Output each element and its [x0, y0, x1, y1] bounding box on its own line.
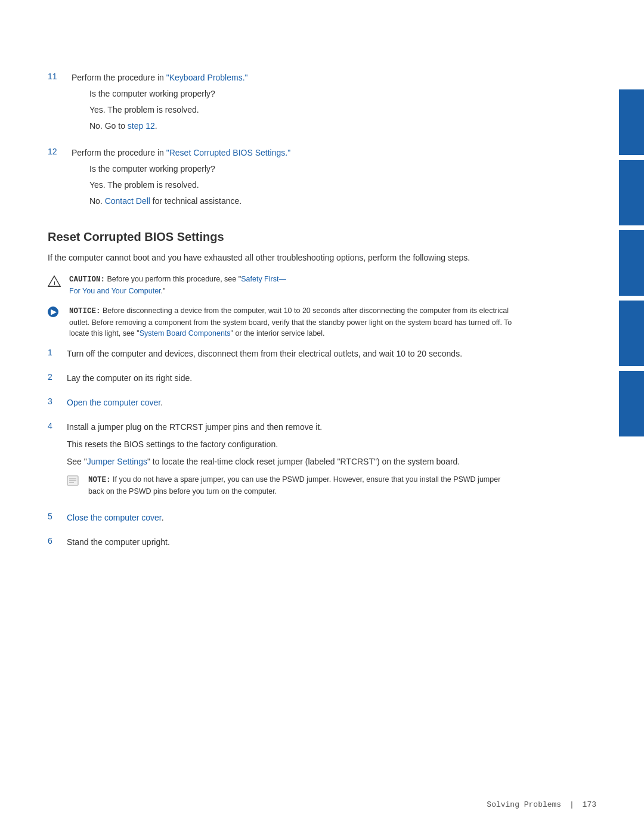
- caution-icon: !: [48, 275, 64, 290]
- step-number-11: 11: [48, 72, 72, 81]
- main-step-number-6: 6: [48, 536, 60, 546]
- main-step-6-text: Stand the computer upright.: [67, 536, 513, 549]
- contact-dell-link[interactable]: Contact Dell: [105, 196, 150, 206]
- step-12-sub2: Yes. The problem is resolved.: [89, 179, 513, 191]
- reset-bios-link[interactable]: "Reset Corrupted BIOS Settings.": [166, 148, 290, 157]
- main-step-content-2: Lay the computer on its right side.: [67, 372, 513, 388]
- section-heading: Reset Corrupted BIOS Settings: [48, 230, 513, 244]
- step-content-12: Perform the procedure in "Reset Corrupte…: [72, 147, 513, 213]
- page-footer: Solving Problems | 173: [487, 800, 596, 809]
- intro-text: If the computer cannot boot and you have…: [48, 251, 513, 264]
- keyboard-problems-link[interactable]: "Keyboard Problems.": [166, 73, 248, 82]
- main-step-content-1: Turn off the computer and devices, disco…: [67, 348, 513, 364]
- main-step-1-text: Turn off the computer and devices, disco…: [67, 348, 513, 360]
- step-11-sub2: Yes. The problem is resolved.: [89, 104, 513, 116]
- svg-text:!: !: [54, 280, 55, 286]
- footer-separator: |: [569, 800, 574, 809]
- notice-label: NOTICE:: [69, 307, 101, 315]
- main-step-number-1: 1: [48, 348, 60, 357]
- notice-box: ▶ NOTICE: Before disconnecting a device …: [48, 305, 513, 339]
- tab-block-4: [619, 301, 644, 366]
- open-cover-link[interactable]: Open the computer cover: [67, 398, 160, 407]
- main-step-content-6: Stand the computer upright.: [67, 536, 513, 552]
- right-tabs: [619, 0, 644, 833]
- note-text-content: NOTE: If you do not have a spare jumper,…: [88, 474, 513, 497]
- step-content-11: Perform the procedure in "Keyboard Probl…: [72, 72, 513, 138]
- notice-icon: ▶: [48, 306, 64, 317]
- note-box: NOTE: If you do not have a spare jumper,…: [67, 474, 513, 497]
- main-step-2-text: Lay the computer on its right side.: [67, 372, 513, 385]
- step-11-sub3: No. Go to step 12.: [89, 120, 513, 132]
- step-12-text: Perform the procedure in "Reset Corrupte…: [72, 147, 513, 159]
- main-step-2: 2 Lay the computer on its right side.: [48, 372, 513, 388]
- notice-circle-icon: ▶: [48, 306, 58, 317]
- main-step-4-sub2: See "Jumper Settings" to locate the real…: [67, 456, 513, 468]
- step-number-12: 12: [48, 147, 72, 156]
- step-12: 12 Perform the procedure in "Reset Corru…: [48, 147, 513, 213]
- step-11-text: Perform the procedure in "Keyboard Probl…: [72, 72, 513, 84]
- main-step-content-4: Install a jumper plug on the RTCRST jump…: [67, 421, 513, 503]
- footer-page-number: 173: [583, 800, 596, 809]
- step-11-substeps: Is the computer working properly? Yes. T…: [89, 88, 513, 132]
- caution-label: CAUTION:: [69, 275, 105, 284]
- jumper-settings-link[interactable]: Jumper Settings: [87, 457, 147, 466]
- caution-text: CAUTION: Before you perform this procedu…: [69, 274, 286, 297]
- note-icon: [67, 475, 83, 490]
- main-step-number-5: 5: [48, 512, 60, 521]
- main-step-3: 3 Open the computer cover.: [48, 397, 513, 413]
- main-step-4-text: Install a jumper plug on the RTCRST jump…: [67, 421, 513, 433]
- tab-block-5: [619, 371, 644, 436]
- notice-body: Before disconnecting a device from the c…: [69, 306, 512, 338]
- step-12-sub1: Is the computer working properly?: [89, 163, 513, 175]
- note-body: If you do not have a spare jumper, you c…: [88, 475, 500, 496]
- main-step-content-3: Open the computer cover.: [67, 397, 513, 413]
- system-board-components-link[interactable]: System Board Components: [140, 329, 231, 337]
- step-11: 11 Perform the procedure in "Keyboard Pr…: [48, 72, 513, 138]
- main-step-5-text: Close the computer cover.: [67, 512, 513, 524]
- note-pencil-icon: [67, 475, 79, 486]
- caution-box: ! CAUTION: Before you perform this proce…: [48, 274, 513, 297]
- step-12-sub3: No. Contact Dell for technical assistanc…: [89, 195, 513, 208]
- close-cover-link[interactable]: Close the computer cover: [67, 513, 162, 522]
- main-step-4: 4 Install a jumper plug on the RTCRST ju…: [48, 421, 513, 503]
- content-area: 11 Perform the procedure in "Keyboard Pr…: [48, 72, 513, 833]
- main-step-4-sub1: This resets the BIOS settings to the fac…: [67, 438, 513, 451]
- main-step-number-3: 3: [48, 397, 60, 406]
- main-step-number-4: 4: [48, 421, 60, 431]
- note-label: NOTE:: [88, 476, 111, 484]
- step-12-link[interactable]: step 12: [128, 121, 155, 131]
- main-step-content-5: Close the computer cover.: [67, 512, 513, 528]
- triangle-warning-icon: !: [48, 275, 61, 288]
- main-step-3-text: Open the computer cover.: [67, 397, 513, 409]
- main-step-1: 1 Turn off the computer and devices, dis…: [48, 348, 513, 364]
- footer-section: Solving Problems: [487, 800, 561, 809]
- tab-block-3: [619, 230, 644, 296]
- tab-block-1: [619, 89, 644, 155]
- main-step-number-2: 2: [48, 372, 60, 382]
- tab-block-2: [619, 160, 644, 225]
- page-container: 11 Perform the procedure in "Keyboard Pr…: [0, 0, 644, 833]
- step-12-substeps: Is the computer working properly? Yes. T…: [89, 163, 513, 208]
- main-step-5: 5 Close the computer cover.: [48, 512, 513, 528]
- notice-text-content: NOTICE: Before disconnecting a device fr…: [69, 305, 513, 339]
- step-11-sub1: Is the computer working properly?: [89, 88, 513, 100]
- main-step-6: 6 Stand the computer upright.: [48, 536, 513, 552]
